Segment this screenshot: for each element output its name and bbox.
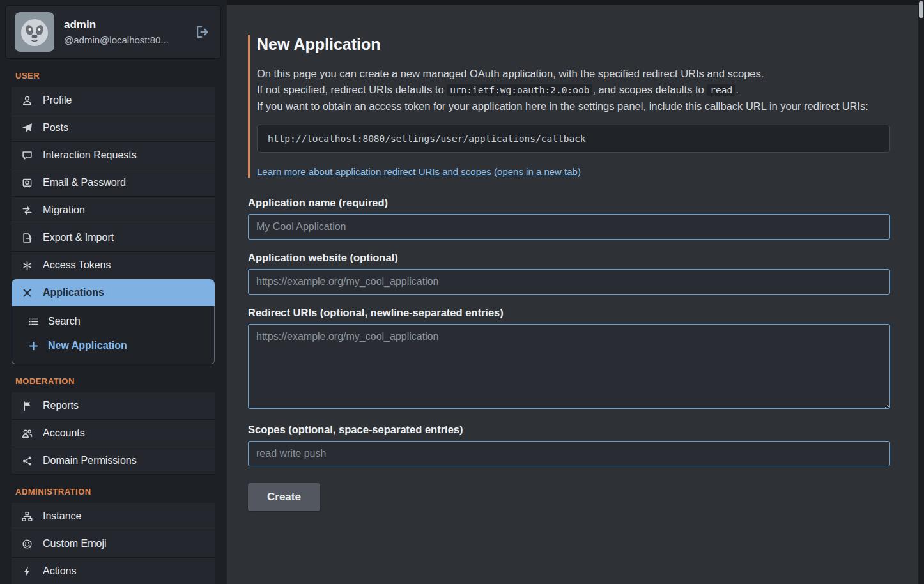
page-scrollbar xyxy=(918,0,924,584)
user-icon xyxy=(20,95,33,106)
section-label-moderation: MODERATION xyxy=(5,364,221,392)
sidebar-item-label: Custom Emoji xyxy=(43,538,107,549)
sidebar-item-label: Accounts xyxy=(43,427,85,439)
field-application-name: Application name (required) xyxy=(248,197,890,240)
user-handle: @admin@localhost:80... xyxy=(64,35,183,45)
sidebar-item-label: Actions xyxy=(43,565,76,577)
sidebar-item-interaction-requests[interactable]: Interaction Requests xyxy=(12,142,215,169)
nav-moderation: Reports Accounts Domain Permissions xyxy=(12,392,215,475)
smiley-icon xyxy=(20,539,33,549)
sidebar-item-label: Interaction Requests xyxy=(43,150,137,161)
application-name-label: Application name (required) xyxy=(248,197,890,209)
sidebar-item-label: Migration xyxy=(43,204,85,216)
sidebar-item-label: Profile xyxy=(43,95,72,106)
intro-line-2: If not specified, redirect URIs defaults… xyxy=(257,82,890,97)
intro-section: New Application On this page you can cre… xyxy=(248,35,890,178)
bolt-icon xyxy=(20,566,33,577)
sidebar-item-email-password[interactable]: Email & Password xyxy=(12,169,215,197)
new-application-form: Application name (required) Application … xyxy=(248,197,890,511)
section-label-user: USER xyxy=(5,59,221,87)
nav-administration: Instance Custom Emoji Actions xyxy=(12,503,215,584)
sidebar-item-profile[interactable]: Profile xyxy=(12,87,215,114)
scopes-label: Scopes (optional, space-separated entrie… xyxy=(248,424,890,436)
sidebar-item-reports[interactable]: Reports xyxy=(12,392,215,420)
paper-plane-icon xyxy=(20,123,33,134)
sidebar-item-label: Export & Import xyxy=(43,232,114,243)
learn-more-link[interactable]: Learn more about application redirect UR… xyxy=(257,166,581,177)
sidebar-item-domain-permissions[interactable]: Domain Permissions xyxy=(12,447,215,475)
avatar xyxy=(15,12,54,52)
field-application-website: Application website (optional) xyxy=(248,252,890,295)
submenu-item-search[interactable]: Search xyxy=(12,309,214,334)
sidebar: admin @admin@localhost:80... USER Profil… xyxy=(0,0,227,584)
vault-icon xyxy=(20,178,33,188)
tools-icon xyxy=(20,288,33,298)
sidebar-item-label: Reports xyxy=(43,400,79,411)
sidebar-item-instance[interactable]: Instance xyxy=(12,503,215,530)
share-nodes-icon xyxy=(20,456,33,466)
applications-submenu: Search New Application xyxy=(12,306,215,364)
application-name-input[interactable] xyxy=(248,214,890,240)
logout-icon[interactable] xyxy=(192,22,212,42)
submenu-item-label: Search xyxy=(48,316,81,327)
content-panel: New Application On this page you can cre… xyxy=(227,5,918,584)
sidebar-item-accounts[interactable]: Accounts xyxy=(12,420,215,447)
sidebar-item-label: Applications xyxy=(43,287,104,298)
text-segment: If not specified, redirect URIs defaults… xyxy=(257,84,447,95)
sidebar-item-applications[interactable]: Applications xyxy=(12,279,215,306)
intro-line-1: On this page you can create a new manage… xyxy=(257,66,890,81)
scrollbar-thumb[interactable] xyxy=(919,1,923,18)
scopes-input[interactable] xyxy=(248,441,890,466)
section-label-administration: ADMINISTRATION xyxy=(5,475,221,503)
main-area: New Application On this page you can cre… xyxy=(227,0,924,584)
callback-url-codeblock: http://localhost:8080/settings/user/appl… xyxy=(257,125,890,153)
intro-line-3: If you want to obtain an access token fo… xyxy=(257,98,890,114)
inline-code-read: read xyxy=(707,84,735,96)
field-redirect-uris: Redirect URIs (optional, newline-separat… xyxy=(248,307,890,411)
redirect-uris-textarea[interactable] xyxy=(248,324,890,409)
text-segment: . xyxy=(735,84,739,95)
application-website-label: Application website (optional) xyxy=(248,252,890,264)
sidebar-item-custom-emoji[interactable]: Custom Emoji xyxy=(12,530,215,558)
sitemap-icon xyxy=(20,511,33,522)
submenu-item-new-application[interactable]: New Application xyxy=(12,334,214,358)
certificate-icon xyxy=(20,260,33,271)
sidebar-item-migration[interactable]: Migration xyxy=(12,197,215,224)
nav-user: Profile Posts Interaction Requests Email… xyxy=(12,87,215,364)
app-root: admin @admin@localhost:80... USER Profil… xyxy=(0,0,924,584)
list-icon xyxy=(27,316,39,327)
user-card[interactable]: admin @admin@localhost:80... xyxy=(5,5,221,59)
page-title: New Application xyxy=(257,35,890,54)
create-button[interactable]: Create xyxy=(248,483,320,511)
sidebar-item-export-import[interactable]: Export & Import xyxy=(12,224,215,252)
application-website-input[interactable] xyxy=(248,269,890,295)
users-icon xyxy=(20,428,33,439)
user-meta: admin @admin@localhost:80... xyxy=(64,19,183,45)
sidebar-item-label: Instance xyxy=(43,511,81,522)
redirect-uris-label: Redirect URIs (optional, newline-separat… xyxy=(248,307,890,319)
migration-arrows-icon xyxy=(20,205,33,216)
sidebar-item-posts[interactable]: Posts xyxy=(12,114,215,142)
sidebar-item-actions[interactable]: Actions xyxy=(12,558,215,584)
sidebar-item-label: Email & Password xyxy=(43,177,126,188)
submenu-item-label: New Application xyxy=(48,340,127,351)
field-scopes: Scopes (optional, space-separated entrie… xyxy=(248,424,890,466)
sidebar-item-label: Domain Permissions xyxy=(43,455,137,466)
text-segment: , and scopes defaults to xyxy=(592,84,707,95)
sidebar-item-access-tokens[interactable]: Access Tokens xyxy=(12,252,215,279)
user-name: admin xyxy=(64,19,183,31)
sidebar-item-label: Posts xyxy=(43,122,68,134)
file-export-icon xyxy=(20,233,33,243)
flag-icon xyxy=(20,401,33,411)
plus-icon xyxy=(27,341,39,351)
inline-code-oob: urn:ietf:wg:oauth:2.0:oob xyxy=(447,84,592,96)
sidebar-item-label: Access Tokens xyxy=(43,259,111,271)
comment-icon xyxy=(20,150,33,161)
